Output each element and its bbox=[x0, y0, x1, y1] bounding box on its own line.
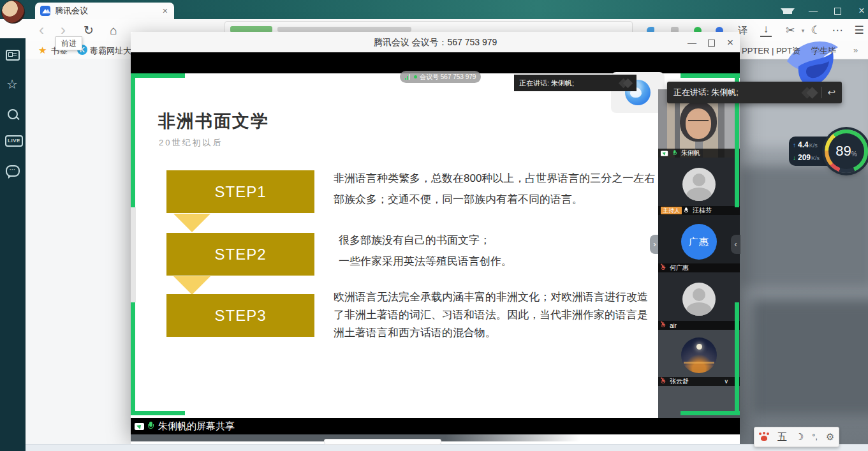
bottom-scroll-area bbox=[26, 444, 868, 451]
live-icon[interactable]: LIVE bbox=[5, 135, 20, 151]
avatar-placeholder-icon bbox=[682, 168, 716, 201]
mic-muted-icon bbox=[661, 378, 666, 385]
bookmarks-overflow-icon[interactable]: » bbox=[853, 45, 858, 55]
meeting-titlebar[interactable]: 腾讯会议 会议号：567 753 979 bbox=[131, 32, 740, 52]
slide-title: 非洲书面文学 bbox=[158, 110, 269, 133]
down-arrow-icon bbox=[173, 276, 210, 295]
mic-on-icon bbox=[147, 422, 154, 431]
mic-muted-icon bbox=[661, 322, 666, 329]
participant-name: 朱俐帆 bbox=[681, 149, 700, 158]
screen-share-icon bbox=[661, 151, 668, 156]
browser-close-button[interactable]: × bbox=[855, 5, 868, 17]
speaking-banner-outer[interactable]: 正在讲话: 朱俐帆; ↩ bbox=[667, 82, 842, 103]
signal-icon bbox=[405, 74, 411, 80]
slide-side-strip bbox=[131, 207, 136, 302]
upload-speed: 4.4 bbox=[798, 139, 809, 151]
upload-arrow-icon: ↑ bbox=[793, 139, 796, 151]
gauge-unit: % bbox=[851, 151, 857, 158]
meeting-window-title: 腾讯会议 会议号：567 753 979 bbox=[131, 32, 740, 52]
speaking-text: 正在讲话: 朱俐帆; bbox=[519, 78, 620, 88]
ime-settings-gear-icon[interactable]: ⚙ bbox=[826, 431, 834, 443]
meeting-maximize-button[interactable] bbox=[703, 36, 719, 49]
download-icon[interactable]: ↓ bbox=[760, 24, 772, 37]
mic-on-icon bbox=[684, 207, 689, 214]
share-footer-bar: 朱俐帆的屏幕共享 bbox=[131, 418, 740, 434]
reply-arrow-icon[interactable]: ↩ bbox=[827, 87, 835, 98]
performance-gauge[interactable]: 89 % bbox=[825, 129, 868, 173]
meeting-tab-icon bbox=[40, 6, 50, 16]
browser-restore-button[interactable] bbox=[830, 5, 844, 17]
ime-punctuation-toggle[interactable]: °, bbox=[813, 433, 818, 441]
mic-on-icon bbox=[672, 150, 677, 157]
down-arrow-icon bbox=[173, 214, 210, 232]
bookmark-site-duba[interactable]: 毒霸网址大 bbox=[90, 45, 131, 57]
share-frame bbox=[735, 302, 739, 415]
news-feed-icon[interactable] bbox=[5, 48, 20, 63]
share-frame bbox=[131, 73, 135, 207]
browser-minimize-button[interactable]: — bbox=[806, 5, 820, 17]
photo-avatar bbox=[681, 337, 717, 373]
sidebar-search-icon[interactable] bbox=[5, 107, 20, 122]
meeting-id-pill[interactable]: 会议号 567 753 979 bbox=[400, 71, 481, 83]
step1-box: STEP1 bbox=[166, 170, 314, 213]
participant-tile[interactable]: air bbox=[658, 272, 740, 330]
status-dot-icon bbox=[414, 75, 417, 78]
refresh-icon[interactable]: ↻ bbox=[80, 23, 97, 38]
share-footer-text: 朱俐帆的屏幕共享 bbox=[158, 420, 235, 433]
restore-icon bbox=[834, 8, 841, 15]
background-photo-block bbox=[753, 300, 868, 415]
meeting-minimize-button[interactable]: — bbox=[684, 36, 700, 49]
gauge-value: 89 bbox=[835, 143, 851, 159]
host-badge: 主持人 bbox=[661, 207, 682, 214]
speed-unit: K/s bbox=[809, 140, 818, 152]
share-frame bbox=[680, 73, 740, 78]
maximize-icon bbox=[708, 40, 715, 47]
slide-paragraph-line: 非洲语言种类繁多，总数在800种以上，占世界语言的三分之一左右 bbox=[334, 171, 658, 186]
share-frame bbox=[131, 302, 135, 415]
download-arrow-icon: ↓ bbox=[793, 152, 796, 164]
slide-paragraph-line: 一些作家采用英法等殖民语言创作。 bbox=[339, 254, 663, 269]
bookmark-star-icon[interactable]: ★ bbox=[38, 45, 47, 56]
slide-subtitle: 20世纪初以后 bbox=[159, 137, 223, 149]
avatar-placeholder-icon bbox=[682, 283, 716, 316]
bookmark-site-student[interactable]: 学生毕 bbox=[811, 45, 837, 57]
download-speed: 209 bbox=[798, 152, 811, 164]
participant-tile[interactable]: 张云舒 ∨ bbox=[658, 330, 740, 386]
ime-moon-icon[interactable]: ☽ bbox=[795, 431, 804, 443]
forward-icon[interactable]: › bbox=[55, 23, 71, 37]
shirt-icon bbox=[783, 8, 792, 14]
participant-name: 何广惠 bbox=[670, 263, 689, 272]
home-icon[interactable]: ⌂ bbox=[105, 23, 122, 38]
browser-tab[interactable]: 腾讯会议 × bbox=[35, 3, 174, 19]
slide-paragraph-line: 很多部族没有自己的书面文字； bbox=[339, 233, 663, 248]
favorites-star-icon[interactable]: ☆ bbox=[4, 77, 20, 92]
collapse-panel-icon[interactable]: ‹ bbox=[731, 235, 740, 254]
step2-box: STEP2 bbox=[166, 233, 314, 276]
tab-close-icon[interactable]: × bbox=[161, 6, 169, 16]
meeting-close-button[interactable]: × bbox=[722, 36, 739, 49]
step3-box: STEP3 bbox=[166, 294, 314, 337]
ime-wubi-mode[interactable]: 五 bbox=[777, 431, 787, 443]
bookmark-site-ppter[interactable]: PPTER | PPT资 bbox=[742, 45, 800, 57]
slide-paragraph-line: 部族众多；交通不便，同一部族内有着不同的语言。 bbox=[334, 192, 658, 207]
ime-logo-paw-icon[interactable] bbox=[759, 433, 769, 441]
screen-share-icon bbox=[135, 423, 144, 430]
speed-unit: K/s bbox=[811, 152, 820, 165]
participant-tile[interactable]: 广惠 何广惠 bbox=[658, 215, 740, 272]
menu-icon[interactable]: ☰ bbox=[851, 23, 867, 38]
url-placeholder bbox=[277, 27, 411, 32]
slide-paragraph-line: 欧洲语言无法完全承载内涵丰富的非洲文化；对欧洲语言进行改造 bbox=[334, 290, 658, 304]
forward-tooltip: 前进 bbox=[55, 36, 82, 50]
user-avatar[interactable] bbox=[1, 0, 25, 24]
back-icon[interactable]: ‹ bbox=[33, 23, 50, 37]
ime-toolbar[interactable]: 五 ☽ °, ⚙ bbox=[754, 427, 839, 447]
participant-tile[interactable]: 主持人 汪桂芬 bbox=[658, 158, 740, 215]
mic-muted-icon bbox=[661, 265, 666, 272]
browser-skin-button[interactable] bbox=[781, 5, 795, 17]
meeting-id-text: 会议号 567 753 979 bbox=[420, 73, 476, 82]
initials-avatar: 广惠 bbox=[681, 224, 717, 260]
horizontal-scrollbar[interactable] bbox=[324, 439, 441, 445]
chat-icon[interactable]: ⋯ bbox=[5, 163, 20, 179]
participant-name: air bbox=[670, 322, 677, 329]
scroll-down-icon[interactable]: ∨ bbox=[724, 378, 728, 385]
